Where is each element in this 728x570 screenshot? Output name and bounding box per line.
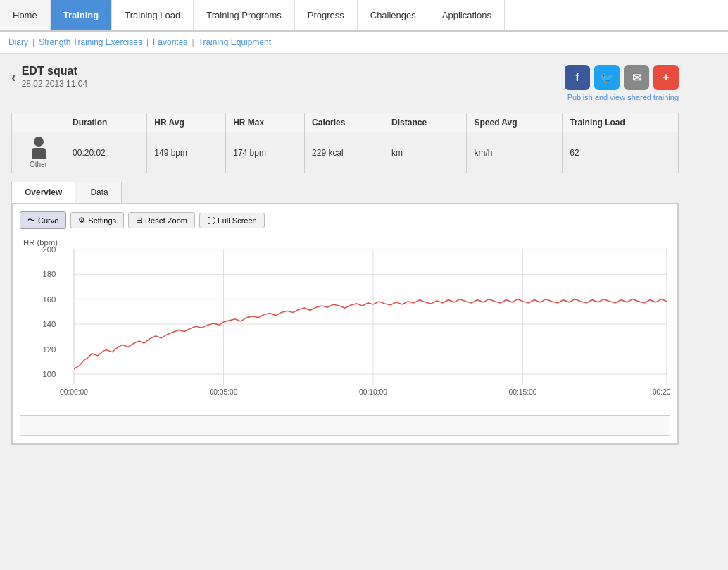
nav-training-load[interactable]: Training Load (112, 0, 194, 30)
nav-home[interactable]: Home (0, 0, 51, 30)
stat-hr-max: 174 bpm (226, 132, 305, 173)
curve-button[interactable]: 〜 Curve (20, 211, 66, 229)
nav-training[interactable]: Training (51, 0, 113, 30)
tab-section: Overview Data 〜 Curve ⚙ Settings ⊞ (11, 182, 679, 445)
svg-text:200: 200 (43, 245, 56, 254)
col-calories: Calories (305, 113, 384, 132)
stat-duration: 00:20:02 (65, 132, 147, 173)
chart-bottom-bar[interactable] (20, 415, 670, 436)
stat-hr-avg: 149 bpm (147, 132, 226, 173)
facebook-button[interactable]: f (565, 65, 590, 90)
person-head (34, 137, 44, 147)
svg-text:00:20:05: 00:20:05 (653, 388, 670, 396)
svg-text:140: 140 (43, 320, 56, 328)
nav-applications[interactable]: Applications (429, 0, 505, 30)
chart-container: 〜 Curve ⚙ Settings ⊞ Reset Zoom ⛶ Full S… (12, 204, 678, 444)
email-button[interactable]: ✉ (624, 65, 649, 90)
hr-polyline (74, 299, 667, 369)
reset-zoom-button[interactable]: ⊞ Reset Zoom (128, 212, 195, 228)
main-content: ‹ EDT squat 28.02.2013 11:04 f 🐦 ✉ + Pub… (0, 54, 690, 453)
svg-text:160: 160 (43, 295, 56, 304)
settings-button[interactable]: ⚙ Settings (70, 212, 124, 228)
publish-link[interactable]: Publish and view shared training (565, 93, 679, 101)
activity-icon: Other (19, 137, 58, 168)
curve-label: Curve (38, 216, 58, 225)
activity-icon-cell: Other (12, 132, 65, 173)
col-duration: Duration (65, 113, 147, 132)
exercise-name: EDT squat (22, 65, 87, 78)
social-share-group: f 🐦 ✉ + Publish and view shared training (565, 65, 679, 101)
exercise-info: EDT squat 28.02.2013 11:04 (22, 65, 87, 89)
nav-training-programs[interactable]: Training Programs (194, 0, 294, 30)
col-icon (12, 113, 65, 132)
stat-speed-avg: km/h (467, 132, 563, 173)
breadcrumb-training-equipment[interactable]: Training Equipment (199, 37, 272, 47)
breadcrumb-sep-1: | (32, 37, 34, 47)
breadcrumb-sep-3: | (192, 37, 194, 47)
full-screen-button[interactable]: ⛶ Full Screen (199, 213, 265, 228)
col-hr-max: HR Max (226, 113, 305, 132)
activity-label: Other (30, 161, 47, 168)
col-hr-avg: HR Avg (147, 113, 226, 132)
stat-distance: km (384, 132, 467, 173)
nav-challenges[interactable]: Challenges (358, 0, 429, 30)
reset-zoom-label: Reset Zoom (145, 216, 187, 225)
breadcrumb-diary[interactable]: Diary (8, 37, 28, 47)
nav-progress[interactable]: Progress (295, 0, 358, 30)
breadcrumb: Diary | Strength Training Exercises | Fa… (0, 32, 728, 54)
svg-text:180: 180 (43, 270, 56, 278)
hr-chart: HR (bpm) (20, 235, 670, 411)
svg-text:00:10:00: 00:10:00 (359, 388, 387, 396)
svg-text:00:00:00: 00:00:00 (60, 388, 88, 396)
chart-area: HR (bpm) (20, 235, 670, 411)
tab-data[interactable]: Data (77, 182, 121, 203)
tab-overview[interactable]: Overview (11, 182, 75, 203)
breadcrumb-strength-training[interactable]: Strength Training Exercises (39, 37, 142, 47)
svg-text:00:05:00: 00:05:00 (210, 388, 238, 396)
settings-icon: ⚙ (78, 216, 85, 225)
back-arrow[interactable]: ‹ (11, 69, 16, 85)
svg-text:120: 120 (43, 345, 56, 354)
breadcrumb-favorites[interactable]: Favorites (153, 37, 187, 47)
full-screen-label: Full Screen (218, 216, 257, 225)
addthis-button[interactable]: + (653, 65, 679, 90)
social-icons: f 🐦 ✉ + (565, 65, 679, 90)
stat-calories: 229 kcal (305, 132, 384, 173)
settings-label: Settings (88, 216, 116, 225)
full-screen-icon: ⛶ (207, 216, 215, 225)
person-body (32, 148, 46, 159)
exercise-title-group: ‹ EDT squat 28.02.2013 11:04 (11, 65, 87, 89)
svg-text:100: 100 (43, 370, 56, 378)
stat-training-load: 62 (563, 132, 679, 173)
tabs: Overview Data (11, 182, 679, 204)
svg-text:00:15:00: 00:15:00 (509, 388, 537, 396)
reset-zoom-icon: ⊞ (136, 216, 142, 225)
chart-toolbar: 〜 Curve ⚙ Settings ⊞ Reset Zoom ⛶ Full S… (20, 211, 670, 229)
stats-table: Duration HR Avg HR Max Calories Distance… (11, 113, 679, 173)
col-speed-avg: Speed Avg (467, 113, 563, 132)
exercise-header: ‹ EDT squat 28.02.2013 11:04 f 🐦 ✉ + Pub… (11, 62, 679, 104)
col-distance: Distance (384, 113, 467, 132)
exercise-date: 28.02.2013 11:04 (22, 79, 87, 89)
tab-panel-overview: 〜 Curve ⚙ Settings ⊞ Reset Zoom ⛶ Full S… (11, 204, 679, 445)
twitter-button[interactable]: 🐦 (594, 65, 620, 90)
col-training-load: Training Load (563, 113, 679, 132)
curve-icon: 〜 (27, 215, 35, 225)
breadcrumb-sep-2: | (146, 37, 149, 47)
nav-bar: Home Training Training Load Training Pro… (0, 0, 728, 32)
